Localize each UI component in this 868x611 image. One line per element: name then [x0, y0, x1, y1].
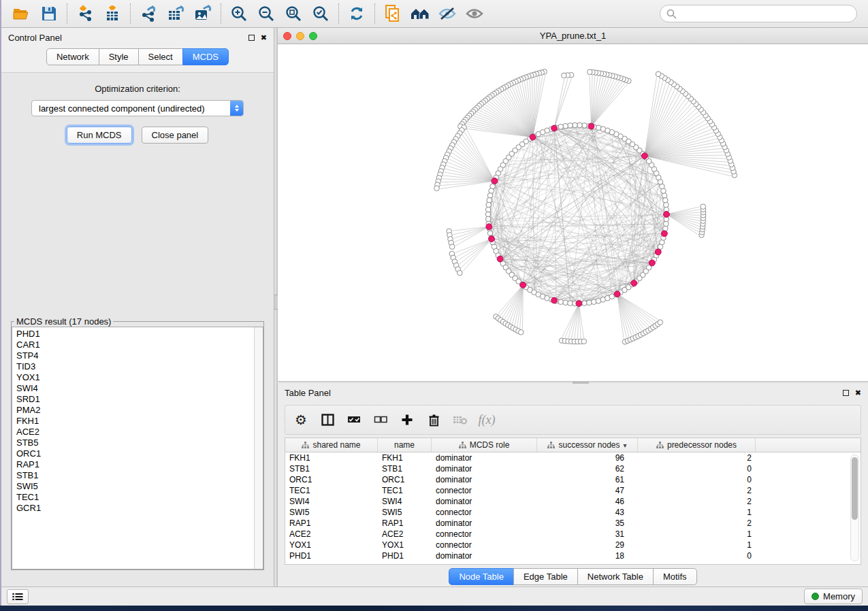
cell-predecessor-nodes[interactable]: 2	[638, 486, 756, 495]
mcds-result-item[interactable]: YOX1	[16, 372, 250, 383]
cell-predecessor-nodes[interactable]: 1	[638, 529, 756, 539]
tab-style[interactable]: Style	[99, 48, 139, 65]
network-canvas[interactable]	[278, 44, 868, 381]
zoom-out-button[interactable]	[253, 2, 280, 25]
cell-successor-nodes[interactable]: 61	[537, 475, 638, 484]
run-mcds-button[interactable]: Run MCDS	[67, 127, 132, 144]
zoom-selected-button[interactable]	[307, 2, 334, 25]
mcds-result-item[interactable]: TEC1	[16, 492, 250, 503]
refresh-layout-button[interactable]	[343, 2, 370, 25]
search-box[interactable]	[660, 5, 857, 22]
import-table-button[interactable]	[99, 2, 126, 25]
cell-predecessor-nodes[interactable]: 1	[638, 508, 756, 517]
cell-shared-name[interactable]: SWI4	[285, 497, 378, 506]
mcds-result-item[interactable]: STB1	[16, 470, 250, 481]
import-network-button[interactable]	[71, 2, 99, 25]
tab-mcds[interactable]: MCDS	[182, 48, 229, 65]
table-row[interactable]: STB1STB1dominator620	[285, 463, 861, 474]
table-row[interactable]: FKH1FKH1dominator962	[285, 452, 861, 463]
network-window-titlebar[interactable]: YPA_prune.txt_1	[278, 28, 868, 44]
table-tab-node-table[interactable]: Node Table	[449, 568, 514, 585]
select-all-columns-button[interactable]	[344, 409, 364, 431]
save-session-button[interactable]	[35, 2, 63, 25]
clone-network-button[interactable]	[379, 2, 406, 25]
cell-mcds-role[interactable]: connector	[432, 486, 537, 495]
mcds-result-item[interactable]: STP4	[16, 350, 250, 361]
create-column-button[interactable]	[397, 409, 417, 431]
cell-shared-name[interactable]: STB1	[285, 464, 378, 474]
table-row[interactable]: TEC1TEC1connector472	[285, 485, 861, 496]
open-file-button[interactable]	[8, 2, 35, 25]
table-settings-button[interactable]: ⚙	[291, 409, 311, 431]
table-row[interactable]: YOX1YOX1connector291	[285, 540, 861, 550]
cell-successor-nodes[interactable]: 96	[537, 453, 638, 463]
cell-successor-nodes[interactable]: 62	[537, 464, 638, 474]
cell-predecessor-nodes[interactable]: 2	[638, 518, 756, 528]
cell-mcds-role[interactable]: dominator	[432, 497, 537, 506]
column-header-shared-name[interactable]: shared name	[285, 438, 378, 452]
cell-name[interactable]: FKH1	[378, 453, 432, 463]
cell-predecessor-nodes[interactable]: 1	[638, 540, 756, 550]
cell-successor-nodes[interactable]: 43	[537, 508, 638, 517]
table-scrollbar-thumb[interactable]	[852, 457, 858, 520]
cell-name[interactable]: TEC1	[378, 486, 432, 495]
cell-mcds-role[interactable]: connector	[432, 529, 537, 539]
cell-shared-name[interactable]: TEC1	[285, 486, 378, 495]
mcds-result-item[interactable]: SRD1	[16, 394, 250, 405]
cell-successor-nodes[interactable]: 31	[537, 529, 638, 539]
mcds-result-item[interactable]: SWI5	[16, 481, 250, 492]
mcds-result-item[interactable]: CAR1	[16, 340, 250, 350]
cell-name[interactable]: ORC1	[378, 475, 432, 484]
network-graph[interactable]	[278, 44, 868, 380]
cell-successor-nodes[interactable]: 47	[537, 486, 638, 495]
table-row[interactable]: PHD1PHD1dominator180	[285, 550, 861, 561]
cell-predecessor-nodes[interactable]: 0	[638, 464, 756, 474]
cell-predecessor-nodes[interactable]: 0	[638, 475, 756, 484]
delete-table-button[interactable]	[450, 409, 470, 431]
cell-name[interactable]: PHD1	[378, 551, 432, 561]
cell-mcds-role[interactable]: dominator	[432, 518, 537, 528]
float-table-panel-icon[interactable]	[843, 390, 849, 396]
cell-shared-name[interactable]: RAP1	[285, 518, 378, 528]
cell-predecessor-nodes[interactable]: 2	[638, 453, 756, 463]
cell-name[interactable]: STB1	[378, 464, 432, 474]
export-image-button[interactable]	[189, 2, 216, 25]
column-header-mcds-role[interactable]: MCDS role	[432, 438, 537, 452]
table-row[interactable]: ORC1ORC1dominator610	[285, 474, 861, 485]
cell-successor-nodes[interactable]: 18	[537, 551, 638, 561]
mcds-result-list[interactable]: PHD1CAR1STP4TID3YOX1SWI4SRD1PMA2FKH1ACE2…	[12, 327, 254, 569]
table-splitter-grip[interactable]	[573, 382, 589, 384]
mcds-result-item[interactable]: TID3	[16, 361, 250, 372]
cell-shared-name[interactable]: YOX1	[285, 540, 378, 550]
cell-shared-name[interactable]: SWI5	[285, 508, 378, 517]
hide-selected-button[interactable]	[434, 2, 461, 25]
mcds-result-item[interactable]: ORC1	[16, 448, 250, 459]
cell-shared-name[interactable]: PHD1	[285, 551, 378, 561]
cell-predecessor-nodes[interactable]: 2	[638, 497, 756, 506]
criterion-select[interactable]: largest connected component (undirected)	[31, 100, 244, 116]
mcds-result-item[interactable]: GCR1	[16, 503, 250, 514]
cell-shared-name[interactable]: ACE2	[285, 529, 378, 539]
show-columns-button[interactable]	[317, 409, 338, 431]
cell-name[interactable]: ACE2	[378, 529, 432, 539]
column-header-predecessor-nodes[interactable]: predecessor nodes	[638, 438, 756, 452]
cell-shared-name[interactable]: FKH1	[285, 453, 378, 463]
cell-name[interactable]: SWI4	[378, 497, 432, 506]
mcds-result-item[interactable]: PMA2	[16, 405, 250, 416]
cell-successor-nodes[interactable]: 29	[537, 540, 638, 550]
cell-predecessor-nodes[interactable]: 0	[638, 551, 756, 561]
cell-mcds-role[interactable]: dominator	[432, 475, 537, 484]
table-splitter[interactable]	[277, 381, 868, 383]
cell-name[interactable]: YOX1	[378, 540, 432, 550]
cell-mcds-role[interactable]: connector	[432, 508, 537, 517]
table-tab-edge-table[interactable]: Edge Table	[513, 568, 578, 585]
table-row[interactable]: RAP1RAP1dominator352	[285, 518, 861, 529]
table-row[interactable]: SWI5SWI5connector431	[285, 507, 861, 518]
mcds-result-item[interactable]: PHD1	[16, 329, 250, 340]
mcds-result-item[interactable]: RAP1	[16, 459, 250, 470]
export-table-button[interactable]	[162, 2, 189, 25]
function-builder-button[interactable]: f(x)	[477, 409, 497, 431]
mcds-result-item[interactable]: FKH1	[16, 416, 250, 427]
column-header-name[interactable]: name	[378, 438, 432, 452]
mcds-result-item[interactable]: SWI4	[16, 383, 250, 394]
